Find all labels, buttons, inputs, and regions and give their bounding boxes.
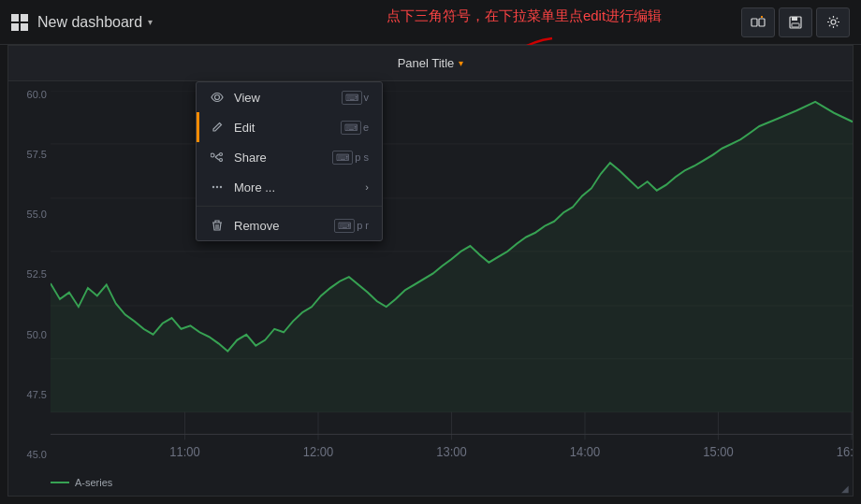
more-icon (210, 180, 225, 194)
svg-point-9 (215, 95, 220, 100)
remove-label: Remove (234, 219, 325, 233)
panel: Panel Title ▾ View ⌨ v Edit (7, 45, 854, 497)
svg-marker-35 (51, 102, 853, 412)
more-arrow-icon: › (365, 181, 369, 193)
panel-title: Panel Title ▾ (398, 56, 464, 70)
menu-divider (197, 206, 382, 207)
view-icon (210, 90, 225, 105)
svg-rect-0 (752, 19, 757, 26)
svg-point-7 (831, 20, 836, 24)
panel-chevron-icon: ▾ (459, 58, 463, 68)
chart-svg: 11:00 12:00 13:00 14:00 15:00 16:00 (51, 91, 853, 468)
svg-text:15:00: 15:00 (703, 443, 733, 459)
legend-line (51, 482, 69, 483)
view-label: View (234, 91, 332, 105)
svg-point-11 (220, 159, 223, 162)
menu-item-remove[interactable]: Remove ⌨ p r (197, 210, 382, 240)
panel-header[interactable]: Panel Title ▾ View ⌨ v Edit (8, 46, 853, 81)
svg-text:13:00: 13:00 (436, 443, 466, 459)
share-shortcut: ⌨ p s (332, 151, 369, 165)
topnav-actions (741, 7, 850, 37)
svg-text:12:00: 12:00 (303, 443, 333, 459)
svg-rect-6 (792, 23, 799, 27)
svg-point-12 (216, 186, 218, 188)
legend-label: A-series (75, 477, 112, 488)
menu-item-share[interactable]: Share ⌨ p s (197, 142, 382, 172)
menu-item-view[interactable]: View ⌨ v (197, 82, 382, 112)
share-label: Share (234, 151, 323, 165)
topnav: New dashboard ▾ (0, 0, 861, 45)
panel-title-text: Panel Title (398, 56, 455, 70)
svg-point-10 (220, 153, 223, 156)
add-panel-button[interactable] (741, 7, 775, 37)
menu-item-edit[interactable]: Edit ⌨ e (197, 112, 382, 142)
menu-item-more[interactable]: More ... › (197, 172, 382, 202)
chart-container: 11:00 12:00 13:00 14:00 15:00 16:00 (8, 81, 853, 468)
edit-icon (210, 120, 225, 135)
svg-rect-1 (759, 19, 765, 26)
edit-shortcut: ⌨ e (341, 121, 369, 135)
resize-handle[interactable]: ◢ (841, 483, 849, 494)
svg-text:16:00: 16:00 (837, 443, 853, 459)
context-menu: View ⌨ v Edit ⌨ e (196, 81, 383, 241)
svg-point-13 (212, 186, 214, 188)
dashboard-title[interactable]: New dashboard ▾ (37, 14, 153, 31)
dashboard-title-text: New dashboard (37, 14, 142, 31)
more-label: More ... (234, 180, 356, 194)
remove-shortcut: ⌨ p r (334, 219, 369, 233)
svg-point-14 (220, 186, 222, 188)
share-icon (210, 150, 225, 165)
settings-button[interactable] (816, 7, 850, 37)
remove-icon (210, 218, 225, 233)
svg-rect-5 (792, 17, 797, 21)
app-logo (11, 14, 28, 31)
svg-text:11:00: 11:00 (169, 443, 199, 459)
save-button[interactable] (779, 7, 812, 37)
edit-label: Edit (234, 121, 331, 135)
chart-legend: A-series (51, 477, 112, 488)
svg-text:14:00: 14:00 (570, 443, 600, 459)
title-chevron-icon: ▾ (148, 17, 153, 27)
view-shortcut: ⌨ v (342, 91, 370, 105)
